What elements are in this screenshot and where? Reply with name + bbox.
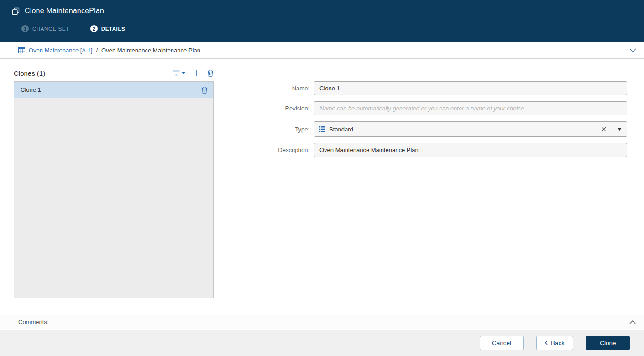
breadcrumb-current: Oven Maintenance Maintenance Plan: [101, 47, 200, 54]
clones-list: Clone 1: [14, 81, 214, 298]
clone-icon: [12, 7, 20, 15]
chevron-up-icon[interactable]: [629, 320, 636, 324]
clones-panel: Clones (1): [14, 68, 214, 298]
breadcrumb-parent-link[interactable]: Oven Maintenance [A.1]: [29, 47, 92, 54]
clone-item-label: Clone 1: [21, 86, 41, 93]
cancel-button-label: Cancel: [492, 340, 511, 346]
clones-panel-title: Clones (1): [14, 69, 45, 77]
main-content: Clones (1): [0, 59, 644, 315]
details-form: Name: Revision: Type: Stan: [241, 81, 630, 163]
step-2-circle: 2: [90, 25, 98, 32]
delete-clone-icon[interactable]: [207, 69, 214, 77]
item-type-icon: [18, 47, 25, 53]
clones-panel-header: Clones (1): [14, 68, 214, 79]
step-1-label: CHANGE SET: [32, 26, 69, 31]
add-clone-icon[interactable]: [193, 69, 200, 77]
trash-icon[interactable]: [201, 86, 208, 94]
clones-toolbar: [173, 69, 214, 77]
filter-icon[interactable]: [173, 70, 185, 76]
description-label: Description:: [241, 147, 314, 153]
step-1-circle: 1: [21, 25, 29, 32]
step-2-label: DETAILS: [101, 26, 126, 31]
clone-button-label: Clone: [600, 340, 616, 346]
cancel-button[interactable]: Cancel: [480, 336, 524, 350]
clone-button[interactable]: Clone: [586, 336, 630, 350]
chevron-down-icon[interactable]: [629, 48, 636, 52]
comments-section[interactable]: Comments:: [0, 315, 644, 329]
type-label: Type:: [241, 126, 314, 133]
breadcrumb: Oven Maintenance [A.1] / Oven Maintenanc…: [0, 42, 644, 59]
type-field[interactable]: Standard: [314, 121, 627, 137]
back-button[interactable]: Back: [536, 336, 573, 350]
description-field[interactable]: [314, 143, 627, 157]
revision-field[interactable]: [314, 101, 627, 115]
type-value: Standard: [329, 126, 596, 133]
back-chevron-icon: [545, 340, 548, 345]
revision-label: Revision:: [241, 105, 314, 112]
clone-list-item[interactable]: Clone 1: [14, 82, 213, 98]
back-button-label: Back: [551, 340, 565, 346]
breadcrumb-separator: /: [96, 47, 98, 54]
step-details[interactable]: 2 DETAILS: [90, 25, 126, 32]
comments-label: Comments:: [18, 319, 48, 325]
type-dropdown-button[interactable]: [612, 122, 627, 136]
name-field[interactable]: [314, 81, 627, 95]
dialog-title: Clone MaintenancePlan: [25, 7, 104, 15]
step-change-set[interactable]: 1 CHANGE SET: [21, 25, 69, 32]
clone-maintenance-plan-dialog: Clone MaintenancePlan 1 CHANGE SET 2 DET…: [0, 0, 644, 356]
type-list-icon: [319, 126, 325, 132]
clear-type-icon[interactable]: [596, 125, 612, 133]
step-connector: [77, 29, 87, 29]
dialog-footer: Cancel Back Clone: [0, 330, 644, 356]
name-label: Name:: [241, 85, 314, 92]
dialog-header: Clone MaintenancePlan 1 CHANGE SET 2 DET…: [0, 0, 644, 42]
step-indicator: 1 CHANGE SET 2 DETAILS: [21, 25, 644, 32]
